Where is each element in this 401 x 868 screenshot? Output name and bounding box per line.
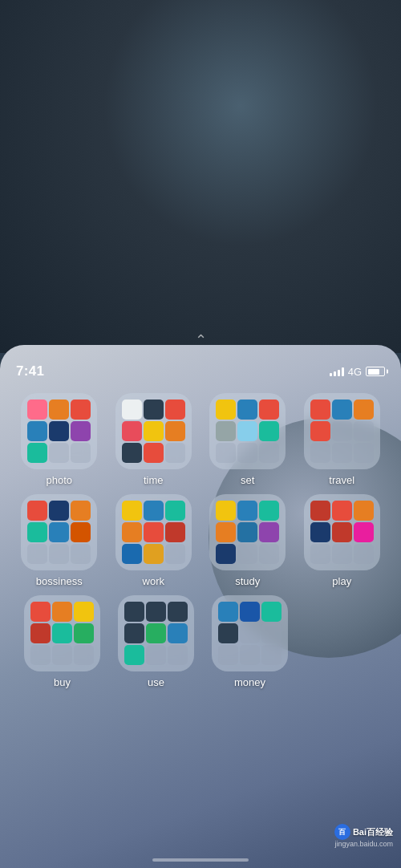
folder-bossiness[interactable]: bossiness: [17, 494, 101, 587]
app-grid: photo time: [0, 393, 401, 696]
folder-use[interactable]: use: [114, 595, 198, 688]
mini-app: [49, 400, 69, 420]
mini-app: [165, 544, 185, 564]
mini-app: [216, 400, 236, 420]
folder-label-play: play: [332, 575, 351, 587]
mini-app: [216, 544, 236, 564]
mini-app: [74, 645, 94, 665]
mini-app: [310, 522, 330, 542]
mini-app: [144, 421, 164, 441]
mini-app: [49, 501, 69, 521]
mini-app: [27, 421, 47, 441]
mini-app: [165, 400, 185, 420]
status-bar: 7:41 4G: [0, 359, 401, 383]
mini-app: [71, 522, 91, 542]
folder-label-study: study: [235, 575, 260, 587]
mini-app: [49, 443, 69, 463]
folder-label-buy: buy: [54, 676, 71, 688]
folder-time[interactable]: time: [111, 393, 196, 486]
mini-app: [124, 602, 144, 622]
folder-travel[interactable]: travel: [300, 393, 384, 486]
baidu-brand: Bai百经验: [353, 826, 393, 838]
mini-app: [354, 400, 374, 420]
mini-app: [30, 623, 51, 643]
folder-set[interactable]: set: [205, 393, 290, 486]
status-right: 4G: [330, 366, 385, 378]
mini-app: [168, 645, 188, 665]
folder-label-set: set: [241, 474, 254, 486]
mini-app: [332, 544, 352, 564]
mini-app: [52, 623, 72, 643]
mini-app: [27, 443, 47, 463]
folder-label-work: work: [143, 575, 164, 587]
mini-app: [144, 400, 164, 420]
mini-app: [49, 544, 69, 564]
mini-app: [144, 522, 164, 542]
mini-app: [237, 522, 257, 542]
mini-app: [52, 645, 72, 665]
mini-app: [71, 443, 91, 463]
mini-app: [165, 443, 185, 463]
mini-app: [122, 421, 142, 441]
mini-app: [71, 501, 91, 521]
app-row-1: photo time: [12, 393, 389, 486]
mini-app: [71, 421, 91, 441]
mini-app: [259, 501, 279, 521]
folder-label-time: time: [144, 474, 164, 486]
mini-app: [354, 421, 374, 441]
folder-buy[interactable]: buy: [20, 595, 104, 688]
baidu-url: jingyan.baidu.com: [334, 840, 393, 848]
folder-label-travel: travel: [329, 474, 354, 486]
mini-app: [237, 421, 257, 441]
mini-app: [332, 501, 352, 521]
mini-app: [354, 443, 374, 463]
mini-app: [310, 544, 330, 564]
mini-app: [240, 602, 260, 622]
mini-app: [27, 522, 47, 542]
mini-app: [310, 501, 330, 521]
baidu-logo: 百 Bai百经验: [334, 824, 393, 840]
chevron-up-icon[interactable]: ⌃: [195, 333, 207, 347]
mini-app: [168, 602, 188, 622]
mini-app: [218, 645, 238, 665]
baidu-paw-icon: 百: [334, 824, 350, 840]
mini-app: [216, 501, 236, 521]
folder-money[interactable]: money: [208, 595, 292, 688]
mini-app: [52, 602, 72, 622]
mini-app: [240, 623, 260, 643]
mini-app: [124, 623, 144, 643]
status-time: 7:41: [16, 363, 44, 379]
mini-app: [27, 544, 47, 564]
mini-app: [259, 421, 279, 441]
mini-app: [259, 400, 279, 420]
home-indicator[interactable]: [152, 858, 249, 862]
app-row-3: buy use: [12, 595, 389, 688]
mini-app: [261, 602, 282, 622]
folder-study[interactable]: study: [205, 494, 290, 587]
folder-photo[interactable]: photo: [17, 393, 101, 486]
mini-app: [27, 501, 47, 521]
folder-play[interactable]: play: [300, 494, 384, 587]
mini-app: [49, 421, 69, 441]
mini-app: [30, 602, 51, 622]
mini-app: [354, 522, 374, 542]
mini-app: [237, 544, 257, 564]
signal-icon: [330, 367, 344, 376]
mini-app: [74, 602, 94, 622]
folder-label-photo: photo: [46, 474, 72, 486]
mini-app: [165, 522, 185, 542]
mini-app: [310, 400, 330, 420]
mini-app: [218, 602, 238, 622]
background-top: [0, 0, 401, 353]
mini-app: [354, 501, 374, 521]
mini-app: [74, 623, 94, 643]
battery-icon: [366, 367, 385, 376]
mini-app: [122, 501, 142, 521]
folder-label-bossiness: bossiness: [36, 575, 83, 587]
folder-work[interactable]: work: [111, 494, 196, 587]
folder-label-use: use: [148, 676, 164, 688]
mini-app: [216, 443, 236, 463]
mini-app: [216, 421, 236, 441]
mini-app: [240, 645, 260, 665]
mini-app: [310, 421, 330, 441]
